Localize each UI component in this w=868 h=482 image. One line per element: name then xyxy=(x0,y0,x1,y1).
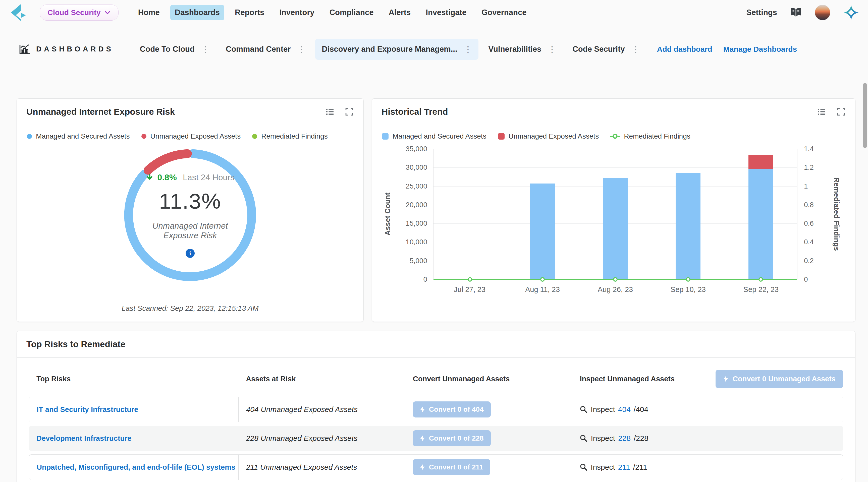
nav-item-inventory[interactable]: Inventory xyxy=(275,5,319,20)
product-switcher-label: Cloud Security xyxy=(48,8,101,17)
risk-link-unpatched-misconfigured-and-end-of-life-eol-systems[interactable]: Unpatched, Misconfigured, and end-of-lif… xyxy=(37,463,235,472)
tab-label: Code To Cloud xyxy=(140,45,195,54)
app-switcher-logo-icon[interactable] xyxy=(843,5,859,20)
legend-list-icon[interactable] xyxy=(817,107,826,116)
x-tick-label: Aug 26, 23 xyxy=(598,285,633,294)
y-tick-left: 20,000 xyxy=(406,201,427,209)
convert-button-label: Convert 0 of 404 xyxy=(429,406,484,414)
convert-button[interactable]: Convert 0 of 211 xyxy=(413,459,490,475)
assets-at-risk-text: 404 Unmanaged Exposed Assets xyxy=(246,405,358,414)
tab-kebab-menu-icon[interactable] xyxy=(464,44,472,54)
tab-kebab-menu-icon[interactable] xyxy=(631,44,640,54)
tab-code-security[interactable]: Code Security xyxy=(566,39,646,60)
legend-item-remediated-findings[interactable]: Remediated Findings xyxy=(610,132,690,140)
y-tick-left: 10,000 xyxy=(406,238,427,246)
user-avatar[interactable] xyxy=(815,5,830,20)
dashboards-bar: DASHBOARDS Code To CloudCommand CenterDi… xyxy=(0,25,868,73)
convert-button[interactable]: Convert 0 of 228 xyxy=(413,430,491,446)
inspect-prefix: Inspect xyxy=(591,463,615,472)
bar-managed-and-secured-assets[interactable] xyxy=(748,169,773,280)
y-tick-left: 25,000 xyxy=(406,182,427,190)
y-tick-right: 1.4 xyxy=(804,145,814,153)
y-axis-label-left: Asset Count xyxy=(379,149,396,280)
x-tick-label: Sep 10, 23 xyxy=(671,285,706,294)
expand-fullscreen-icon[interactable] xyxy=(345,107,354,116)
convert-button[interactable]: Convert 0 of 404 xyxy=(413,401,491,417)
nav-item-home[interactable]: Home xyxy=(134,5,164,20)
bar-managed-and-secured-assets[interactable] xyxy=(676,173,700,280)
tab-discovery-and-exposure-managem[interactable]: Discovery and Exposure Managem... xyxy=(315,39,478,60)
legend-list-icon[interactable] xyxy=(325,107,334,116)
x-tick-label: Sep 22, 23 xyxy=(743,285,779,294)
legend-item-remediated-findings[interactable]: Remediated Findings xyxy=(252,132,328,140)
inspect-count: 228 xyxy=(618,434,631,443)
nav-item-reports[interactable]: Reports xyxy=(230,5,269,20)
inspect-link[interactable]: Inspect228/228 xyxy=(580,434,648,443)
info-icon[interactable] xyxy=(186,249,195,258)
nav-item-alerts[interactable]: Alerts xyxy=(384,5,415,20)
documentation-book-icon[interactable] xyxy=(790,7,802,18)
tab-label: Code Security xyxy=(572,45,625,54)
column-header-convert-unmanaged-assets: Convert Unmanaged Assets xyxy=(405,370,572,388)
top-risks-title: Top Risks to Remediate xyxy=(26,339,125,349)
risk-link-development-infrastructure[interactable]: Development Infrastructure xyxy=(36,434,132,443)
inspect-link[interactable]: Inspect211/211 xyxy=(580,463,647,472)
tab-label: Command Center xyxy=(226,45,290,54)
exposure-risk-caption: Unmanaged Internet Exposure Risk xyxy=(137,221,243,240)
y-tick-right: 0.4 xyxy=(804,238,814,246)
tab-kebab-menu-icon[interactable] xyxy=(201,44,210,54)
tab-label: Discovery and Exposure Managem... xyxy=(322,45,457,54)
legend-label: Managed and Secured Assets xyxy=(36,132,130,140)
legend-label: Managed and Secured Assets xyxy=(393,132,487,140)
legend-item-unmanaged-exposed-assets[interactable]: Unmanaged Exposed Assets xyxy=(498,132,599,140)
brand-logo-icon[interactable] xyxy=(9,2,28,23)
x-tick-label: Aug 11, 23 xyxy=(525,285,560,294)
nav-item-dashboards[interactable]: Dashboards xyxy=(170,5,224,20)
inspect-cell: Inspect228/228 xyxy=(572,426,843,451)
tab-code-to-cloud[interactable]: Code To Cloud xyxy=(133,39,216,60)
table-row-it-and-security-infrastructure: IT and Security Infrastructure404 Unmana… xyxy=(29,397,843,422)
tab-kebab-menu-icon[interactable] xyxy=(297,44,306,54)
legend-marker xyxy=(382,133,389,139)
last-scanned-text: Last Scanned: Sep 22, 2023, 12:15:13 AM xyxy=(17,304,364,313)
legend-marker xyxy=(142,134,147,139)
column-header-assets-at-risk: Assets at Risk xyxy=(238,370,405,388)
tab-kebab-menu-icon[interactable] xyxy=(548,44,556,54)
settings-link[interactable]: Settings xyxy=(746,8,777,17)
legend-item-managed-and-secured-assets[interactable]: Managed and Secured Assets xyxy=(27,132,130,140)
risk-cell: Unpatched, Misconfigured, and end-of-lif… xyxy=(29,455,238,480)
page: Cloud Security HomeDashboardsReportsInve… xyxy=(0,0,868,482)
risk-cell: Development Infrastructure xyxy=(29,426,238,451)
bar-unmanaged-exposed-assets[interactable] xyxy=(748,155,773,169)
top-navigation: Cloud Security HomeDashboardsReportsInve… xyxy=(0,0,868,25)
legend-item-managed-and-secured-assets[interactable]: Managed and Secured Assets xyxy=(382,132,487,140)
expand-fullscreen-icon[interactable] xyxy=(837,107,846,116)
nav-item-governance[interactable]: Governance xyxy=(477,5,531,20)
nav-item-investigate[interactable]: Investigate xyxy=(421,5,471,20)
tab-command-center[interactable]: Command Center xyxy=(219,39,312,60)
assets-at-risk-cell: 404 Unmanaged Exposed Assets xyxy=(238,397,405,422)
risk-link-it-and-security-infrastructure[interactable]: IT and Security Infrastructure xyxy=(37,406,138,414)
nav-item-compliance[interactable]: Compliance xyxy=(325,5,378,20)
inspect-total: /228 xyxy=(634,434,648,443)
y-tick-left: 35,000 xyxy=(406,145,427,153)
bar-managed-and-secured-assets[interactable] xyxy=(603,178,628,280)
y-tick-left: 0 xyxy=(423,276,427,283)
manage-dashboards-link[interactable]: Manage Dashboards xyxy=(723,45,797,54)
y-tick-right: 0.6 xyxy=(804,219,814,227)
add-dashboard-link[interactable]: Add dashboard xyxy=(657,45,712,54)
product-switcher[interactable]: Cloud Security xyxy=(40,4,119,21)
convert-all-unmanaged-assets-button[interactable]: Convert 0 Unmanaged Assets xyxy=(716,370,843,388)
legend-item-unmanaged-exposed-assets[interactable]: Unmanaged Exposed Assets xyxy=(142,132,241,140)
legend-marker xyxy=(252,134,257,139)
exposure-risk-value: 11.3% xyxy=(159,189,221,214)
inspect-link[interactable]: Inspect404/404 xyxy=(580,405,648,414)
scrollbar-thumb[interactable] xyxy=(863,83,867,148)
y-axis-label-right: Remediated Findings xyxy=(828,149,845,280)
dashboards-title: DASHBOARDS xyxy=(19,44,114,55)
tab-vulnerabilities[interactable]: Vulnerabilities xyxy=(482,39,563,60)
column-header-inspect-unmanaged-assets: Inspect Unmanaged AssetsConvert 0 Unmana… xyxy=(572,365,843,393)
main-content: Unmanaged Internet Exposure Risk Managed… xyxy=(0,73,868,482)
exposure-legend: Managed and Secured AssetsUnmanaged Expo… xyxy=(17,125,364,142)
bar-managed-and-secured-assets[interactable] xyxy=(530,184,555,280)
